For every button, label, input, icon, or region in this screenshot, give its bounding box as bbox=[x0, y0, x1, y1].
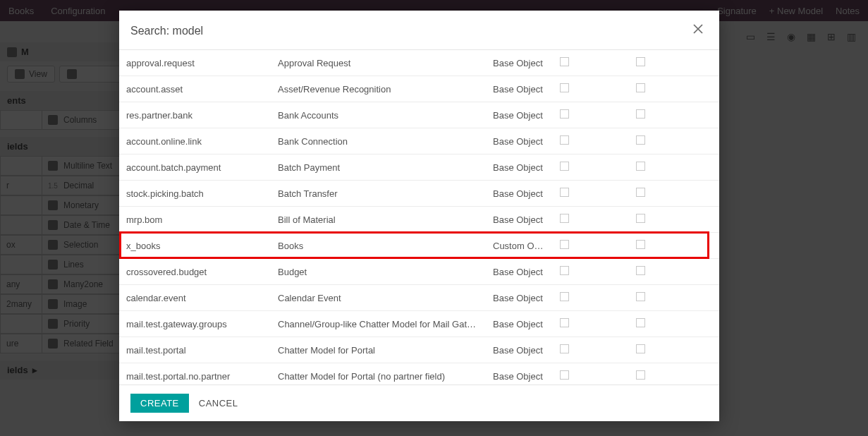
checkbox[interactable] bbox=[636, 266, 645, 275]
results-table: approval.requestApproval RequestBase Obj… bbox=[119, 50, 719, 384]
cell-checkbox-2 bbox=[629, 50, 719, 76]
cell-type: Base Object bbox=[486, 259, 553, 285]
cell-checkbox-2 bbox=[629, 207, 719, 233]
cell-description: Bank Connection bbox=[271, 128, 486, 155]
cell-checkbox-2 bbox=[629, 155, 719, 181]
checkbox[interactable] bbox=[560, 57, 569, 66]
cell-checkbox-2 bbox=[629, 233, 719, 259]
table-row[interactable]: mail.test.portal.no.partnerChatter Model… bbox=[119, 363, 719, 385]
checkbox[interactable] bbox=[636, 318, 645, 327]
table-row[interactable]: account.assetAsset/Revenue RecognitionBa… bbox=[119, 76, 719, 102]
cell-description: Calendar Event bbox=[271, 285, 486, 311]
checkbox[interactable] bbox=[636, 370, 645, 380]
cell-model-name: res.partner.bank bbox=[119, 102, 271, 128]
cell-checkbox-1 bbox=[553, 363, 629, 385]
checkbox[interactable] bbox=[560, 370, 569, 380]
table-row[interactable]: stock.picking.batchBatch TransferBase Ob… bbox=[119, 181, 719, 207]
table-row[interactable]: account.batch.paymentBatch PaymentBase O… bbox=[119, 155, 719, 181]
checkbox[interactable] bbox=[560, 266, 569, 275]
cell-checkbox-1 bbox=[553, 285, 629, 311]
checkbox[interactable] bbox=[636, 57, 645, 66]
cell-model-name: stock.picking.batch bbox=[119, 181, 271, 207]
table-row[interactable]: crossovered.budgetBudgetBase Object bbox=[119, 259, 719, 285]
dialog-footer: CREATE CANCEL bbox=[119, 384, 719, 421]
cell-checkbox-2 bbox=[629, 363, 719, 385]
search-model-dialog: Search: model approval.requestApproval R… bbox=[119, 11, 719, 421]
checkbox[interactable] bbox=[636, 240, 645, 249]
close-icon[interactable] bbox=[688, 20, 708, 41]
results-scroll[interactable]: approval.requestApproval RequestBase Obj… bbox=[119, 50, 719, 384]
cell-checkbox-1 bbox=[553, 102, 629, 128]
table-row[interactable]: account.online.linkBank ConnectionBase O… bbox=[119, 128, 719, 155]
cell-type: Base Object bbox=[486, 207, 553, 233]
cell-checkbox-1 bbox=[553, 259, 629, 285]
checkbox[interactable] bbox=[636, 214, 645, 223]
cell-model-name: crossovered.budget bbox=[119, 259, 271, 285]
cell-checkbox-2 bbox=[629, 102, 719, 128]
dialog-title: Search: model bbox=[130, 25, 203, 37]
table-row[interactable]: calendar.eventCalendar EventBase Object bbox=[119, 285, 719, 311]
checkbox[interactable] bbox=[560, 162, 569, 171]
cell-type: Base Object bbox=[486, 102, 553, 128]
cell-type: Base Object bbox=[486, 311, 553, 337]
checkbox[interactable] bbox=[636, 109, 645, 119]
cell-description: Bank Accounts bbox=[271, 102, 486, 128]
checkbox[interactable] bbox=[560, 109, 569, 119]
dialog-body: approval.requestApproval RequestBase Obj… bbox=[119, 50, 719, 384]
cell-model-name: account.asset bbox=[119, 76, 271, 102]
checkbox[interactable] bbox=[560, 188, 569, 197]
checkbox[interactable] bbox=[560, 240, 569, 249]
cell-description: Books bbox=[271, 233, 486, 259]
cell-type: Base Object bbox=[486, 363, 553, 385]
cell-checkbox-2 bbox=[629, 76, 719, 102]
cell-checkbox-1 bbox=[553, 233, 629, 259]
cell-type: Base Object bbox=[486, 337, 553, 363]
checkbox[interactable] bbox=[560, 135, 569, 145]
cell-description: Batch Transfer bbox=[271, 181, 486, 207]
cell-checkbox-2 bbox=[629, 311, 719, 337]
table-row[interactable]: mrp.bomBill of MaterialBase Object bbox=[119, 207, 719, 233]
cell-description: Budget bbox=[271, 259, 486, 285]
checkbox[interactable] bbox=[636, 162, 645, 171]
cell-description: Chatter Model for Portal bbox=[271, 337, 486, 363]
cell-model-name: mail.test.portal.no.partner bbox=[119, 363, 271, 385]
cell-model-name: mail.test.portal bbox=[119, 337, 271, 363]
cell-type: Base Object bbox=[486, 76, 553, 102]
cell-checkbox-2 bbox=[629, 259, 719, 285]
cell-model-name: account.batch.payment bbox=[119, 155, 271, 181]
cell-description: Chatter Model for Portal (no partner fie… bbox=[271, 363, 486, 385]
checkbox[interactable] bbox=[636, 292, 645, 301]
cell-type: Base Object bbox=[486, 181, 553, 207]
table-row[interactable]: res.partner.bankBank AccountsBase Object bbox=[119, 102, 719, 128]
cell-checkbox-2 bbox=[629, 285, 719, 311]
checkbox[interactable] bbox=[560, 214, 569, 223]
cell-checkbox-1 bbox=[553, 76, 629, 102]
cell-model-name: mrp.bom bbox=[119, 207, 271, 233]
checkbox[interactable] bbox=[560, 344, 569, 353]
checkbox[interactable] bbox=[636, 135, 645, 145]
table-row[interactable]: mail.test.gateway.groupsChannel/Group-li… bbox=[119, 311, 719, 337]
checkbox[interactable] bbox=[560, 318, 569, 327]
cell-checkbox-2 bbox=[629, 337, 719, 363]
table-row[interactable]: approval.requestApproval RequestBase Obj… bbox=[119, 50, 719, 76]
cell-description: Approval Request bbox=[271, 50, 486, 76]
cell-model-name: mail.test.gateway.groups bbox=[119, 311, 271, 337]
checkbox[interactable] bbox=[636, 344, 645, 353]
cell-model-name: x_books bbox=[119, 233, 271, 259]
cell-checkbox-1 bbox=[553, 337, 629, 363]
create-button[interactable]: CREATE bbox=[130, 394, 189, 413]
cell-description: Asset/Revenue Recognition bbox=[271, 76, 486, 102]
cell-type: Custom Object bbox=[486, 233, 553, 259]
cell-checkbox-1 bbox=[553, 207, 629, 233]
cell-description: Channel/Group-like Chatter Model for Mai… bbox=[271, 311, 486, 337]
checkbox[interactable] bbox=[636, 83, 645, 92]
table-row[interactable]: mail.test.portalChatter Model for Portal… bbox=[119, 337, 719, 363]
cell-checkbox-1 bbox=[553, 128, 629, 155]
table-row[interactable]: x_booksBooksCustom Object bbox=[119, 233, 719, 259]
checkbox[interactable] bbox=[636, 188, 645, 197]
checkbox[interactable] bbox=[560, 292, 569, 301]
cell-checkbox-2 bbox=[629, 128, 719, 155]
dialog-header: Search: model bbox=[119, 11, 719, 50]
checkbox[interactable] bbox=[560, 83, 569, 92]
cancel-button[interactable]: CANCEL bbox=[199, 398, 238, 408]
